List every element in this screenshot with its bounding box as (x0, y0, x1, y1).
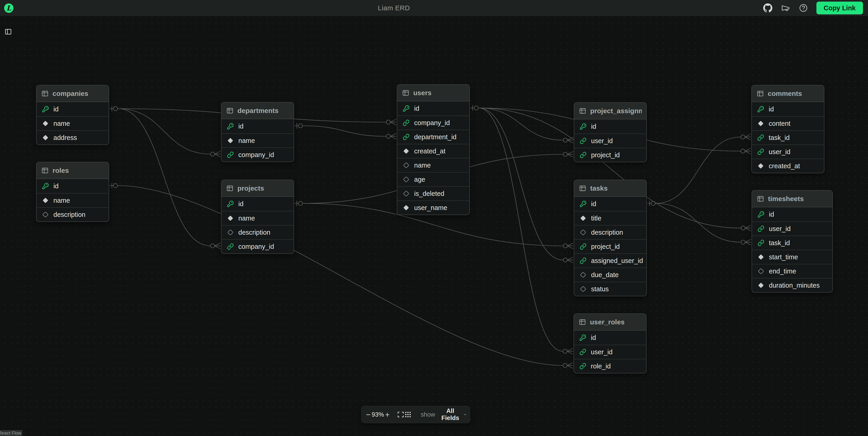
field-row-tasks-project_id[interactable]: project_id (574, 239, 646, 253)
field-row-roles-name[interactable]: name (36, 193, 109, 207)
field-row-comments-id[interactable]: id (752, 102, 824, 116)
field-row-users-id[interactable]: id (397, 101, 469, 116)
github-button[interactable] (763, 3, 773, 13)
table-header-companies[interactable]: companies (36, 85, 109, 102)
field-row-tasks-due_date[interactable]: due_date (574, 268, 646, 282)
tidy-up-button[interactable] (404, 409, 412, 420)
field-name: duration_minutes (769, 282, 819, 289)
feedback-button[interactable] (781, 3, 790, 13)
field-name: created_at (414, 148, 445, 155)
table-node-projects[interactable]: projectsidnamedescriptioncompany_id (221, 180, 294, 254)
field-row-timesheets-user_id[interactable]: user_id (752, 221, 832, 236)
table-header-projects[interactable]: projects (221, 180, 293, 197)
table-name: users (413, 89, 432, 97)
table-name: comments (768, 90, 802, 97)
link-icon (580, 243, 587, 250)
table-node-tasks[interactable]: tasksidtitledescriptionproject_idassigne… (574, 180, 647, 296)
field-name: name (414, 162, 431, 169)
field-row-user_roles-id[interactable]: id (574, 331, 646, 345)
table-node-departments[interactable]: departmentsidnamecompany_id (221, 102, 294, 162)
copy-link-button[interactable]: Copy Link (816, 2, 863, 14)
table-header-roles[interactable]: roles (36, 162, 109, 179)
table-node-project_assignments[interactable]: project_assignme...iduser_idproject_id (574, 102, 647, 162)
grid-dots-icon (404, 411, 412, 418)
field-row-timesheets-id[interactable]: id (752, 207, 832, 221)
field-row-users-company_id[interactable]: company_id (397, 116, 469, 130)
zoom-out-button[interactable]: − (366, 409, 371, 420)
field-row-companies-address[interactable]: address (36, 130, 109, 145)
field-row-project_assignments-project_id[interactable]: project_id (574, 148, 646, 162)
field-row-users-user_name[interactable]: user_name (397, 200, 469, 215)
field-name: user_id (769, 148, 790, 156)
field-name: id (769, 105, 774, 113)
field-row-roles-description[interactable]: description (36, 207, 109, 221)
help-button[interactable] (799, 3, 808, 13)
field-row-project_assignments-user_id[interactable]: user_id (574, 133, 646, 148)
field-row-roles-id[interactable]: id (36, 179, 109, 193)
table-node-user_roles[interactable]: user_rolesiduser_idrole_id (574, 313, 647, 373)
table-node-roles[interactable]: rolesidnamedescription (36, 162, 109, 222)
field-row-comments-task_id[interactable]: task_id (752, 130, 824, 145)
field-row-project_assignments-id[interactable]: id (574, 119, 646, 133)
edge-tasks-comments (655, 137, 741, 204)
field-row-users-name[interactable]: name (397, 158, 469, 172)
table-header-tasks[interactable]: tasks (574, 180, 646, 197)
table-header-project_assignments[interactable]: project_assignme... (574, 103, 646, 119)
table-header-timesheets[interactable]: timesheets (752, 191, 832, 207)
field-row-timesheets-duration_minutes[interactable]: duration_minutes (752, 278, 832, 292)
table-header-departments[interactable]: departments (221, 102, 293, 119)
table-node-comments[interactable]: commentsidcontenttask_iduser_idcreated_a… (751, 85, 825, 173)
diamond-icon (227, 137, 234, 144)
field-row-departments-id[interactable]: id (221, 119, 293, 133)
field-row-users-is_deleted[interactable]: is_deleted (397, 186, 469, 200)
field-row-comments-user_id[interactable]: user_id (752, 145, 824, 159)
table-node-timesheets[interactable]: timesheetsiduser_idtask_idstart_timeend_… (751, 190, 833, 293)
field-row-user_roles-user_id[interactable]: user_id (574, 345, 646, 359)
sidebar-toggle-button[interactable] (3, 27, 13, 36)
relationship-edges (0, 0, 868, 436)
field-row-projects-description[interactable]: description (221, 225, 293, 239)
cardinality-many-marker (211, 243, 221, 249)
field-row-tasks-description[interactable]: description (574, 225, 646, 239)
field-row-companies-name[interactable]: name (36, 116, 109, 130)
field-row-comments-created_at[interactable]: created_at (752, 159, 824, 173)
field-row-tasks-id[interactable]: id (574, 197, 646, 211)
zoom-in-button[interactable]: + (385, 409, 390, 420)
field-name: task_id (769, 239, 790, 247)
fit-view-button[interactable] (397, 409, 404, 420)
react-flow-attribution[interactable]: React Flow (0, 430, 22, 436)
field-row-timesheets-start_time[interactable]: start_time (752, 250, 832, 264)
field-row-tasks-title[interactable]: title (574, 211, 646, 225)
field-row-departments-company_id[interactable]: company_id (221, 148, 293, 162)
table-header-users[interactable]: users (397, 85, 469, 101)
field-row-timesheets-task_id[interactable]: task_id (752, 236, 832, 250)
table-node-companies[interactable]: companiesidnameaddress (36, 85, 109, 145)
field-row-companies-id[interactable]: id (36, 102, 109, 116)
liam-logo[interactable]: L (4, 3, 13, 13)
fields-filter-select[interactable]: All Fields (439, 407, 468, 422)
field-row-tasks-status[interactable]: status (574, 282, 646, 296)
field-row-users-department_id[interactable]: department_id (397, 130, 469, 144)
field-row-projects-company_id[interactable]: company_id (221, 239, 293, 253)
table-header-user_roles[interactable]: user_roles (574, 314, 646, 331)
field-row-projects-id[interactable]: id (221, 197, 293, 211)
field-name: is_deleted (414, 190, 444, 197)
field-row-user_roles-role_id[interactable]: role_id (574, 359, 646, 373)
field-row-comments-content[interactable]: content (752, 116, 824, 130)
field-row-timesheets-end_time[interactable]: end_time (752, 264, 832, 278)
link-icon (580, 363, 586, 370)
table-name: roles (53, 167, 69, 175)
field-row-tasks-assigned_user_id[interactable]: assigned_user_id (574, 253, 646, 268)
table-node-users[interactable]: usersidcompany_iddepartment_idcreated_at… (397, 84, 470, 215)
table-header-comments[interactable]: comments (752, 85, 824, 102)
field-row-departments-name[interactable]: name (221, 133, 293, 148)
field-name: company_id (238, 151, 274, 159)
link-icon (757, 240, 764, 246)
cardinality-one-marker (110, 183, 118, 188)
edge-roles-user_roles (118, 186, 563, 366)
field-row-users-created_at[interactable]: created_at (397, 144, 469, 158)
field-row-users-age[interactable]: age (397, 172, 469, 186)
diamond-outline-icon (403, 176, 410, 183)
table-name: project_assignme... (590, 107, 642, 115)
field-row-projects-name[interactable]: name (221, 211, 293, 225)
